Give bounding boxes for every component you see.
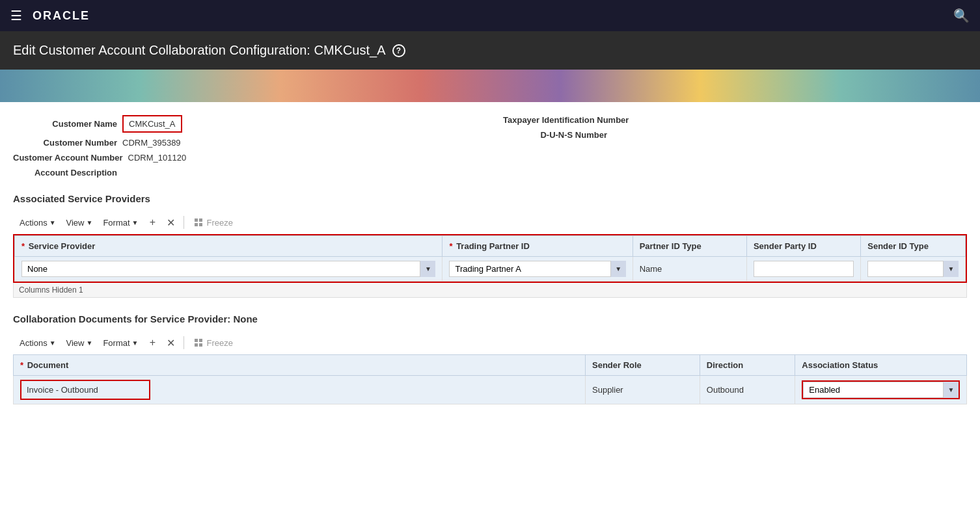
view-cd-chevron-icon: ▼ (87, 339, 93, 347)
customer-name-row: Customer Name CMKCust_A (13, 112, 477, 135)
partner-id-type-col-header: Partner ID Type (633, 236, 746, 257)
add-row-button-cd[interactable]: + (144, 335, 160, 350)
customer-info-right: Taxpayer Identification Number D-U-N-S N… (503, 112, 967, 180)
format-cd-chevron-icon: ▼ (132, 339, 139, 347)
top-navigation: ☰ ORACLE 🔍 (0, 0, 980, 31)
sender-role-cell: Supplier (586, 376, 700, 404)
collab-docs-header-row: * Document Sender Role Direction Associa… (14, 355, 967, 376)
customer-number-value: CDRM_395389 (122, 138, 181, 148)
document-required-star: * (20, 360, 23, 370)
collaboration-documents-title: Collaboration Documents for Service Prov… (13, 313, 967, 324)
freeze-button-cd[interactable]: Freeze (189, 336, 236, 350)
account-description-label: Account Description (13, 168, 117, 178)
association-status-col-header: Association Status (795, 355, 967, 376)
format-button-sp[interactable]: Format ▼ (99, 216, 142, 230)
duns-number-label: D-U-N-S Number (503, 130, 607, 140)
service-provider-required-star: * (21, 241, 25, 251)
svg-rect-2 (195, 223, 198, 226)
service-providers-table: * Service Provider * Trading Partner ID … (14, 235, 966, 282)
service-provider-cell[interactable]: None ▼ (15, 257, 442, 282)
customer-account-number-label: Customer Account Number (13, 153, 123, 163)
association-status-select[interactable]: Enabled Disabled (803, 382, 959, 398)
sender-id-type-select-wrapper[interactable]: ▼ (867, 261, 959, 277)
page-title: Edit Customer Account Collaboration Conf… (13, 43, 386, 58)
document-value-box: Invoice - Outbound (20, 380, 150, 400)
sender-id-type-select[interactable] (867, 261, 959, 277)
columns-hidden-indicator: Columns Hidden 1 (13, 283, 967, 298)
document-col-header: * Document (14, 355, 586, 376)
sender-id-type-col-header: Sender ID Type (861, 236, 966, 257)
sender-party-id-cell[interactable] (746, 257, 860, 282)
svg-rect-7 (199, 343, 202, 347)
sender-id-type-cell[interactable]: ▼ (861, 257, 966, 282)
main-content: Customer Name CMKCust_A Customer Number … (0, 102, 980, 415)
view-chevron-icon: ▼ (87, 219, 93, 226)
customer-account-number-value: CDRM_101120 (128, 153, 187, 163)
customer-name-label: Customer Name (13, 119, 117, 129)
service-provider-col-header: * Service Provider (15, 236, 442, 257)
associated-service-providers-title: Associated Service Providers (13, 193, 967, 204)
collaboration-documents-section: Collaboration Documents for Service Prov… (13, 313, 967, 404)
freeze-cd-icon (193, 337, 204, 348)
service-providers-table-container: * Service Provider * Trading Partner ID … (13, 234, 967, 283)
collab-docs-toolbar: Actions ▼ View ▼ Format ▼ + ✕ Freeze (13, 331, 967, 354)
taxpayer-id-label: Taxpayer Identification Number (503, 115, 629, 125)
svg-rect-5 (199, 339, 202, 342)
actions-chevron-icon: ▼ (49, 219, 56, 226)
svg-rect-0 (195, 218, 198, 222)
trading-partner-select-wrapper[interactable]: Trading Partner A ▼ (449, 261, 625, 277)
view-button-sp[interactable]: View ▼ (62, 216, 97, 230)
help-icon[interactable]: ? (392, 44, 405, 57)
svg-rect-6 (195, 343, 198, 347)
duns-number-row: D-U-N-S Number (503, 127, 967, 142)
sender-party-id-col-header: Sender Party ID (746, 236, 860, 257)
toolbar-separator-cd (184, 336, 184, 349)
format-button-cd[interactable]: Format ▼ (99, 336, 142, 350)
customer-info-left: Customer Name CMKCust_A Customer Number … (13, 112, 477, 180)
association-status-select-wrapper[interactable]: Enabled Disabled ▼ (802, 380, 960, 399)
customer-number-row: Customer Number CDRM_395389 (13, 135, 477, 150)
direction-cell: Outbound (700, 376, 795, 404)
delete-row-button-sp[interactable]: ✕ (163, 215, 178, 230)
account-description-row: Account Description (13, 165, 477, 180)
page-title-bar: Edit Customer Account Collaboration Conf… (0, 31, 980, 70)
sender-party-id-input[interactable] (754, 261, 854, 277)
oracle-logo: ORACLE (33, 9, 90, 23)
svg-rect-4 (195, 339, 198, 342)
customer-number-label: Customer Number (13, 138, 117, 148)
delete-row-button-cd[interactable]: ✕ (163, 335, 178, 350)
collab-doc-data-row: Invoice - Outbound Supplier Outbound Ena… (14, 376, 967, 404)
customer-name-value: CMKCust_A (129, 119, 176, 129)
direction-col-header: Direction (700, 355, 795, 376)
partner-id-type-cell: Name (633, 257, 746, 282)
freeze-icon (193, 217, 204, 228)
actions-cd-chevron-icon: ▼ (49, 339, 56, 347)
service-provider-select[interactable]: None (21, 261, 435, 277)
trading-partner-id-cell[interactable]: Trading Partner A ▼ (442, 257, 633, 282)
svg-rect-1 (199, 218, 202, 222)
actions-button-sp[interactable]: Actions ▼ (16, 216, 60, 230)
actions-button-cd[interactable]: Actions ▼ (16, 336, 60, 350)
customer-name-value-box: CMKCust_A (122, 115, 182, 133)
service-providers-header-row: * Service Provider * Trading Partner ID … (15, 236, 966, 257)
service-providers-toolbar: Actions ▼ View ▼ Format ▼ + ✕ Freeze (13, 211, 967, 234)
format-chevron-icon: ▼ (132, 219, 139, 226)
search-icon[interactable]: 🔍 (953, 8, 970, 23)
trading-partner-required-star: * (449, 241, 452, 251)
document-value: Invoice - Outbound (21, 381, 149, 399)
svg-rect-3 (199, 223, 202, 226)
add-row-button-sp[interactable]: + (144, 215, 160, 230)
trading-partner-id-col-header: * Trading Partner ID (442, 236, 633, 257)
taxpayer-id-row: Taxpayer Identification Number (503, 112, 967, 127)
association-status-cell[interactable]: Enabled Disabled ▼ (795, 376, 967, 404)
customer-info-section: Customer Name CMKCust_A Customer Number … (13, 112, 967, 180)
service-provider-select-wrapper[interactable]: None ▼ (21, 261, 435, 277)
toolbar-separator-sp (184, 216, 184, 229)
freeze-button-sp[interactable]: Freeze (189, 215, 236, 230)
collaboration-documents-table: * Document Sender Role Direction Associa… (13, 354, 967, 404)
view-button-cd[interactable]: View ▼ (62, 336, 97, 350)
hamburger-menu-icon[interactable]: ☰ (10, 8, 22, 23)
trading-partner-id-select[interactable]: Trading Partner A (449, 261, 625, 277)
document-cell: Invoice - Outbound (14, 376, 586, 404)
service-provider-data-row: None ▼ Trading Partner A ▼ (15, 257, 966, 282)
